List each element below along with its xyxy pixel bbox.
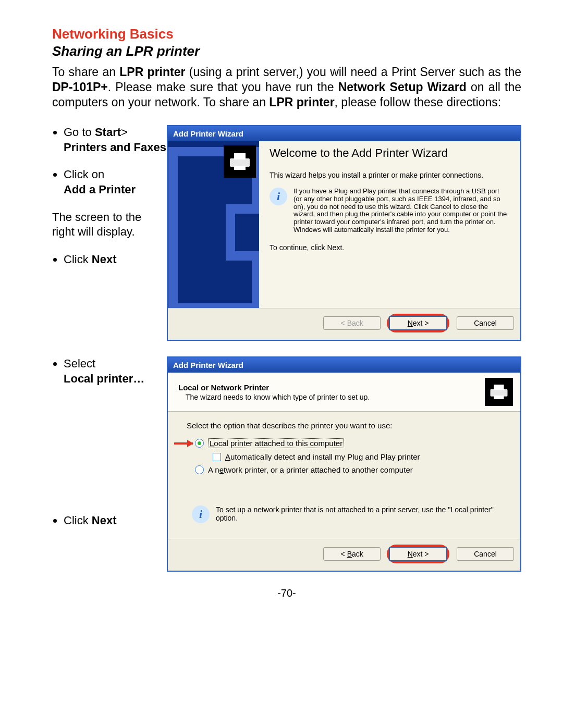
wizard-heading: Welcome to the Add Printer Wizard — [270, 146, 509, 160]
pnp-note: If you have a Plug and Play printer that… — [293, 188, 509, 235]
svg-rect-3 — [490, 389, 507, 397]
subsection-title: Sharing an LPR printer — [52, 43, 521, 59]
info-icon: i — [270, 188, 287, 205]
steps-list-2: SelectLocal printer… Click Next — [52, 356, 167, 541]
wizard2-hint: To set up a network printer that is not … — [216, 505, 506, 522]
intro-paragraph: To share an LPR printer (using a print s… — [52, 65, 521, 109]
radio-network-printer[interactable] — [195, 465, 204, 474]
radio-local-printer-label: Local printer attached to this computer — [208, 438, 344, 448]
wizard-subtext: This wizard helps you install a printer … — [270, 171, 509, 179]
wizard2-subtitle: The wizard needs to know which type of p… — [186, 393, 485, 401]
red-arrow-icon — [174, 442, 193, 445]
next-highlight-circle: Next > — [387, 314, 449, 332]
checkbox-auto-detect[interactable] — [213, 453, 221, 461]
svg-rect-0 — [230, 158, 250, 167]
back-button: < Back — [323, 316, 381, 330]
svg-rect-1 — [234, 153, 246, 159]
checkbox-auto-detect-label: Automatically detect and install my Plug… — [225, 452, 420, 461]
wizard-titlebar: Add Printer Wizard — [168, 357, 520, 373]
next-button[interactable]: Next > — [389, 547, 447, 561]
page-number: -70- — [52, 587, 521, 599]
radio-local-printer[interactable] — [195, 439, 204, 448]
svg-rect-4 — [494, 385, 504, 390]
section-title: Networking Basics — [52, 26, 521, 42]
info-icon: i — [192, 505, 210, 523]
steps-list-1: Go to Start> Printers and Faxes Click on… — [52, 125, 167, 279]
wizard2-prompt: Select the option that describes the pri… — [187, 421, 506, 430]
next-button[interactable]: Next > — [389, 316, 447, 330]
add-printer-wizard-2: Add Printer Wizard Local or Network Prin… — [167, 356, 521, 572]
printer-icon — [485, 378, 513, 406]
wizard-titlebar: Add Printer Wizard — [168, 126, 520, 141]
cancel-button[interactable]: Cancel — [457, 316, 514, 330]
continue-hint: To continue, click Next. — [270, 243, 509, 252]
svg-rect-5 — [494, 396, 504, 399]
wizard2-title: Local or Network Printer — [178, 383, 485, 392]
printer-icon — [224, 145, 256, 178]
radio-network-printer-label: A network printer, or a printer attached… — [208, 465, 413, 474]
add-printer-wizard-1: Add Printer Wizard — [167, 125, 521, 341]
wizard-sidebar-graphic — [168, 141, 259, 308]
svg-rect-2 — [234, 166, 246, 170]
cancel-button[interactable]: Cancel — [457, 547, 514, 561]
next-highlight-circle: Next > — [387, 545, 449, 563]
back-button[interactable]: < Back — [323, 547, 381, 561]
